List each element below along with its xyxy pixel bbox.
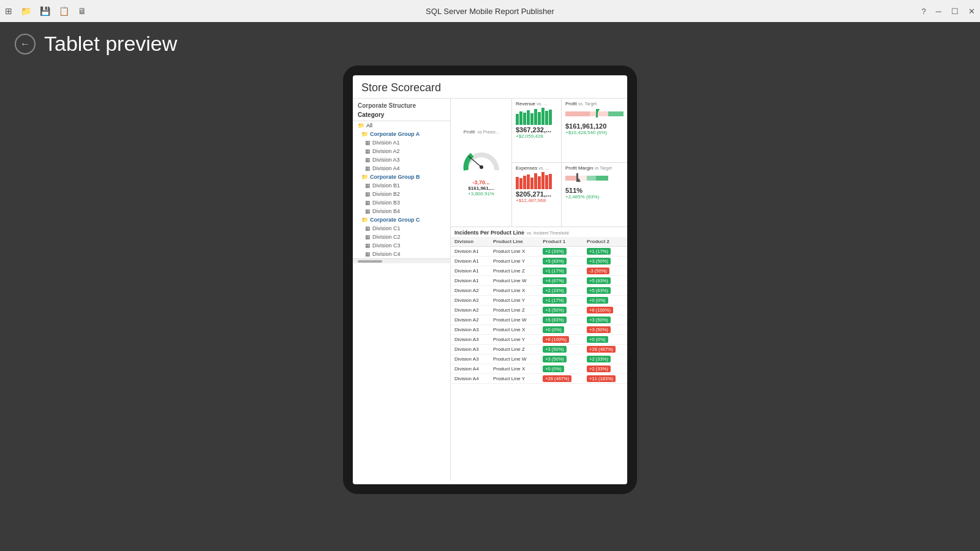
tree-group-b[interactable]: 📁 Corporate Group B	[353, 173, 450, 181]
doc-icon: ▦	[365, 200, 371, 206]
doc-icon: ▦	[365, 208, 371, 214]
table-row: Division A3Product Line Y+6 (100%)+0 (0%…	[451, 335, 627, 345]
table-title-sub: vs. Incident Threshold	[527, 231, 568, 235]
grid-icon[interactable]: ⊞	[5, 6, 12, 16]
cell-product1: +3 (50%)	[539, 305, 583, 315]
product1-badge: +4 (67%)	[543, 277, 567, 284]
doc-icon: ▦	[365, 191, 371, 197]
tree-div-c4[interactable]: ▦ Division C4	[353, 250, 450, 258]
tree-div-b2[interactable]: ▦ Division B2	[353, 190, 450, 198]
gauge-dollar: $161,961,...	[468, 186, 494, 191]
folder-icon: 📁	[358, 122, 364, 129]
cell-product-line: Product Line Z	[489, 345, 539, 354]
tree-div-a1[interactable]: ▦ Division A1	[353, 138, 450, 147]
tree-div-b3[interactable]: ▦ Division B3	[353, 198, 450, 207]
report-content: Store Scorecard Corporate Structure Cate…	[353, 75, 627, 484]
cell-product2: +0 (0%)	[583, 335, 627, 345]
corp-structure-header: Corporate Structure	[353, 99, 450, 110]
table-row: Division A2Product Line Z+3 (50%)+6 (100…	[451, 305, 627, 315]
save-icon[interactable]: 💾	[40, 6, 50, 16]
svg-rect-4	[608, 111, 624, 116]
app-title: SQL Server Mobile Report Publisher	[426, 7, 554, 16]
folder-icon[interactable]: 📁	[21, 6, 31, 16]
col-division: Division	[451, 237, 489, 247]
title-bar-left: ⊞ 📁 💾 📋 🖥	[5, 6, 86, 16]
revenue-bars	[516, 108, 557, 125]
svg-rect-9	[587, 176, 596, 181]
kpi-revenue-header: Revenue vs. ...	[516, 101, 557, 107]
cell-product-line: Product Line X	[489, 247, 539, 257]
tree-div-a2[interactable]: ▦ Division A2	[353, 147, 450, 156]
tree-group-c[interactable]: 📁 Corporate Group C	[353, 216, 450, 224]
table-row: Division A3Product Line Z+3 (50%)+28 (46…	[451, 345, 627, 354]
corporate-structure-sidebar: Corporate Structure Category 📁 All 📁 Cor…	[353, 99, 451, 481]
help-icon[interactable]: ?	[922, 7, 926, 16]
doc-icon: ▦	[365, 157, 371, 163]
svg-point-1	[480, 165, 483, 169]
cell-product2: +11 (183%)	[583, 374, 627, 384]
doc-icon: ▦	[365, 182, 371, 189]
product1-badge: +5 (83%)	[543, 317, 567, 323]
tree-div-c2[interactable]: ▦ Division C2	[353, 233, 450, 241]
tree-div-c3[interactable]: ▦ Division C3	[353, 241, 450, 250]
doc-icon: ▦	[365, 242, 371, 249]
cell-product-line: Product Line Y	[489, 374, 539, 384]
tree-div-a4[interactable]: ▦ Division A4	[353, 164, 450, 173]
cell-product2: +6 (100%)	[583, 305, 627, 315]
product2-badge: +0 (0%)	[587, 297, 608, 304]
gauge-header: Profit vs Previo...	[464, 129, 499, 135]
product1-badge: +3 (50%)	[543, 346, 567, 353]
cell-product1: +2 (33%)	[539, 247, 583, 257]
page-title: Tablet preview	[44, 32, 177, 56]
margin-bullet-svg	[565, 173, 624, 183]
tree-div-b1[interactable]: ▦ Division B1	[353, 181, 450, 190]
col-product2: Product 2	[583, 237, 627, 247]
cell-product2: +3 (50%)	[583, 315, 627, 325]
scrollbar[interactable]	[353, 258, 450, 263]
product1-badge: +3 (50%)	[543, 356, 567, 362]
product2-badge: +3 (50%)	[587, 317, 611, 323]
product1-badge: +1 (17%)	[543, 297, 567, 304]
gauge-chart	[460, 137, 503, 179]
cell-product2: +5 (83%)	[583, 276, 627, 286]
product1-badge: +28 (467%)	[543, 375, 571, 382]
table-header-row: Division Product Line Product 1 Product …	[451, 237, 627, 247]
cell-product-line: Product Line W	[489, 354, 539, 364]
cell-division: Division A1	[451, 257, 489, 266]
minimize-icon[interactable]: ─	[936, 7, 941, 16]
incidents-table-section: Incidents Per Product Line vs. Incident …	[451, 227, 627, 481]
cell-product2: +3 (50%)	[583, 257, 627, 266]
back-button[interactable]: ←	[15, 34, 36, 54]
folder-icon: 📁	[361, 217, 368, 223]
page-header: ← Tablet preview	[0, 22, 980, 66]
product1-badge: +2 (33%)	[543, 248, 567, 255]
monitor-icon[interactable]: 🖥	[78, 6, 86, 16]
product2-badge: +5 (83%)	[587, 277, 611, 284]
tree-div-c1[interactable]: ▦ Division C1	[353, 224, 450, 233]
tree-div-b4[interactable]: ▦ Division B4	[353, 207, 450, 216]
kpi-row-2: Expenses vs. ...	[512, 163, 627, 227]
product1-badge: +0 (0%)	[543, 326, 564, 333]
margin-value: 511%	[565, 187, 624, 194]
cell-division: Division A3	[451, 325, 489, 335]
doc-icon: ▦	[365, 140, 371, 146]
table-row: Division A1Product Line W+4 (67%)+5 (83%…	[451, 276, 627, 286]
product1-badge: +6 (100%)	[543, 336, 569, 343]
report-right: Profit vs Previo... -3,70... $161,961,..…	[451, 99, 627, 481]
tree-div-a3[interactable]: ▦ Division A3	[353, 156, 450, 164]
table-row: Division A4Product Line Y+28 (467%)+11 (…	[451, 374, 627, 384]
scrollbar-thumb[interactable]	[358, 260, 382, 263]
table-row: Division A1Product Line X+2 (33%)+1 (17%…	[451, 247, 627, 257]
tree-item-all[interactable]: 📁 All	[353, 121, 450, 130]
product2-badge: +3 (50%)	[587, 258, 611, 264]
tree-group-a[interactable]: 📁 Corporate Group A	[353, 130, 450, 138]
cell-product-line: Product Line Z	[489, 266, 539, 276]
restore-icon[interactable]: ☐	[951, 7, 959, 16]
cell-product1: +3 (50%)	[539, 345, 583, 354]
save-as-icon[interactable]: 📋	[59, 6, 69, 16]
product2-badge: +28 (467%)	[587, 346, 616, 353]
cell-product2: +0 (0%)	[583, 296, 627, 305]
cell-product1: +4 (67%)	[539, 276, 583, 286]
kpi-revenue: Revenue vs. ...	[512, 99, 562, 162]
close-icon[interactable]: ✕	[968, 7, 975, 16]
